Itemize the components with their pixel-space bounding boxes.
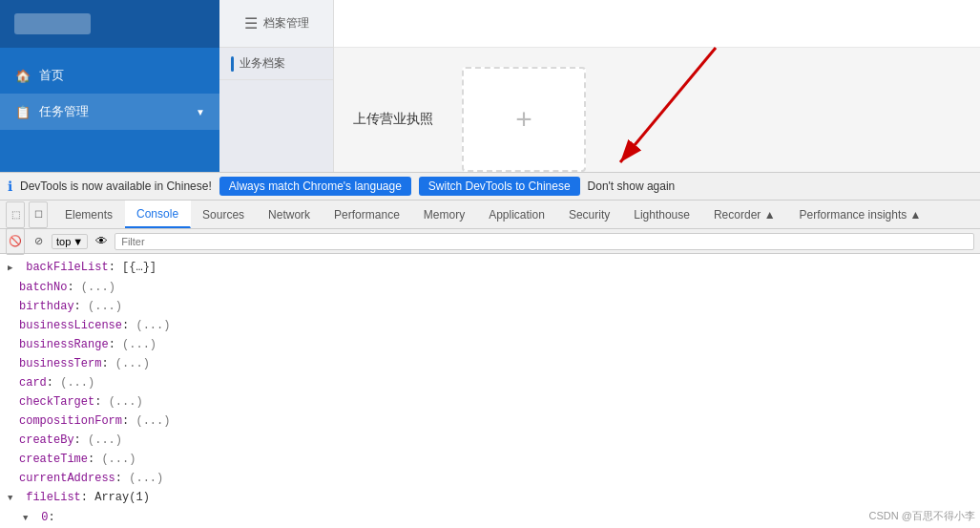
chevron-down-icon: ▼ bbox=[196, 107, 205, 117]
tab-elements[interactable]: Elements bbox=[53, 201, 125, 228]
expand-icon: ▶ bbox=[8, 260, 19, 277]
console-line-filelist[interactable]: ▼ fileList: Array(1) bbox=[0, 488, 980, 508]
console-filter-input[interactable] bbox=[115, 233, 974, 250]
watermark: CSDN @百思不得小李 bbox=[869, 509, 975, 523]
log-level-select[interactable]: top ▼ bbox=[52, 234, 88, 249]
logo-image bbox=[14, 13, 91, 34]
upload-box[interactable]: + bbox=[462, 67, 586, 172]
devtools-info-text: DevTools is now available in Chinese! bbox=[20, 180, 212, 193]
tab-network[interactable]: Network bbox=[257, 201, 323, 228]
tab-performance-insights[interactable]: Performance insights ▲ bbox=[788, 201, 934, 228]
app-top-section: 🏠 首页 📋 任务管理 ▼ ☰ 档案管理 业务档案 上传营业执照 + bbox=[0, 0, 980, 172]
console-line-birthday: birthday: (...) bbox=[0, 297, 980, 316]
expand-icon-0: ▼ bbox=[23, 510, 34, 527]
sub-sidebar-item-label: 业务档案 bbox=[240, 55, 285, 72]
console-line-currentaddress: currentAddress: (...) bbox=[0, 469, 980, 488]
console-line-createby: createBy: (...) bbox=[0, 431, 980, 450]
tab-memory[interactable]: Memory bbox=[412, 201, 477, 228]
console-line-createtime: createTime: (...) bbox=[0, 450, 980, 469]
info-icon: ℹ bbox=[8, 179, 12, 194]
tab-lighthouse[interactable]: Lighthouse bbox=[622, 201, 702, 228]
main-sidebar: 🏠 首页 📋 任务管理 ▼ bbox=[0, 0, 219, 172]
sidebar-item-task-management[interactable]: 📋 任务管理 ▼ bbox=[0, 94, 219, 130]
device-toolbar-icon[interactable]: ☐ bbox=[29, 201, 48, 228]
sub-sidebar-item[interactable]: 业务档案 bbox=[219, 48, 333, 80]
tab-performance[interactable]: Performance bbox=[323, 201, 412, 228]
console-line-businessterm: businessTerm: (...) bbox=[0, 354, 980, 373]
devtools-tab-bar: ⬚ ☐ Elements Console Sources Network Per… bbox=[0, 201, 980, 229]
tab-sources[interactable]: Sources bbox=[191, 201, 257, 228]
home-icon: 🏠 bbox=[14, 67, 31, 84]
sub-sidebar: ☰ 档案管理 业务档案 bbox=[219, 0, 334, 172]
console-line-compositionform: compositionForm: (...) bbox=[0, 412, 980, 431]
sidebar-task-label: 任务管理 bbox=[39, 103, 89, 120]
hamburger-icon: ☰ bbox=[244, 14, 258, 32]
archive-label: 档案管理 bbox=[263, 15, 309, 32]
content-header bbox=[334, 0, 980, 48]
console-line-businessrange: businessRange: (...) bbox=[0, 335, 980, 354]
sidebar-logo bbox=[0, 0, 219, 48]
plus-icon: + bbox=[515, 103, 532, 136]
log-level-label: top bbox=[56, 236, 71, 247]
tab-recorder[interactable]: Recorder ▲ bbox=[702, 201, 788, 228]
eye-icon[interactable]: 👁 bbox=[92, 232, 111, 251]
task-icon: 📋 bbox=[14, 103, 31, 120]
sidebar-item-home[interactable]: 🏠 首页 bbox=[0, 57, 219, 94]
main-content-area: 上传营业执照 + bbox=[334, 0, 980, 172]
content-body: 上传营业执照 + bbox=[334, 48, 980, 191]
level-dropdown-arrow: ▼ bbox=[73, 236, 83, 247]
console-output[interactable]: ▶ backFileList: [{…}] batchNo: (...) bir… bbox=[0, 254, 980, 528]
tab-security[interactable]: Security bbox=[557, 201, 622, 228]
sidebar-home-label: 首页 bbox=[39, 67, 64, 84]
sub-sidebar-header: ☰ 档案管理 bbox=[219, 0, 333, 48]
console-line-batchno: batchNo: (...) bbox=[0, 278, 980, 297]
console-line-card: card: (...) bbox=[0, 373, 980, 392]
tab-action-icons: ⬚ ☐ bbox=[0, 201, 53, 228]
console-line-index-0[interactable]: ▼ 0: bbox=[0, 508, 980, 528]
console-line-businesslicense: businessLicense: (...) bbox=[0, 316, 980, 335]
sidebar-menu: 🏠 首页 📋 任务管理 ▼ bbox=[0, 48, 219, 139]
upload-license-label: 上传营业执照 bbox=[353, 111, 433, 128]
show-console-sidebar-icon[interactable]: ⊘ bbox=[29, 228, 48, 255]
active-indicator bbox=[231, 56, 234, 72]
tab-console[interactable]: Console bbox=[125, 201, 191, 228]
console-line-checktarget: checkTarget: (...) bbox=[0, 392, 980, 412]
console-toolbar: 🚫 ⊘ top ▼ 👁 bbox=[0, 229, 980, 254]
expand-icon-filelist: ▼ bbox=[8, 490, 19, 507]
clear-console-icon[interactable]: 🚫 bbox=[6, 228, 25, 255]
console-line-backfilelist[interactable]: ▶ backFileList: [{…}] bbox=[0, 258, 980, 278]
tab-application[interactable]: Application bbox=[477, 201, 557, 228]
inspect-element-icon[interactable]: ⬚ bbox=[6, 201, 25, 228]
